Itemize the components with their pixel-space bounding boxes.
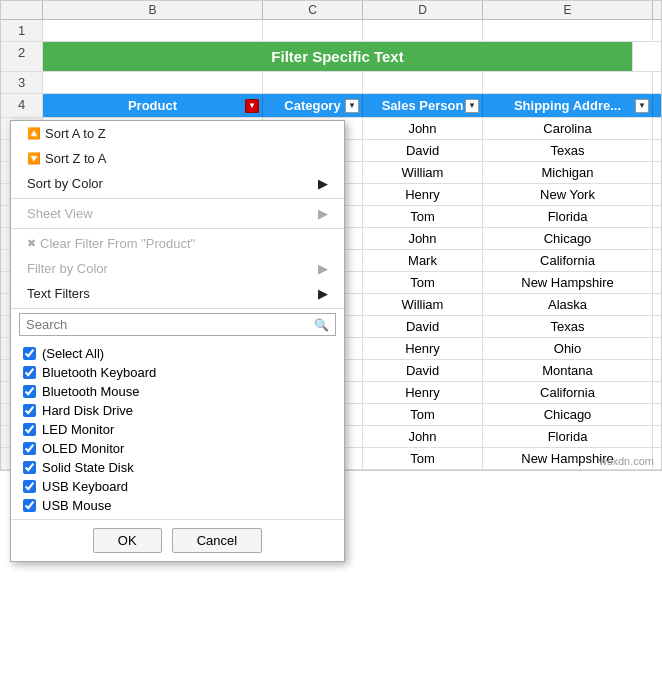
rownum-3: 3 <box>1 72 43 93</box>
filter-by-color-label: Filter by Color <box>27 261 108 276</box>
cell-16-e: Montana <box>483 360 653 381</box>
sort-za-icon: 🔽 <box>27 152 41 165</box>
cell-17-d: Henry <box>363 382 483 403</box>
sort-a-z[interactable]: 🔼 Sort A to Z <box>11 121 344 146</box>
salesperson-filter-btn[interactable]: ▼ <box>465 99 479 113</box>
text-filters-label: Text Filters <box>27 286 90 301</box>
search-box[interactable]: 🔍 <box>19 313 336 336</box>
row-2: 2 Filter Specific Text <box>1 42 661 72</box>
sort-z-a[interactable]: 🔽 Sort Z to A <box>11 146 344 171</box>
checkbox-label: LED Monitor <box>42 422 114 437</box>
cancel-button[interactable]: Cancel <box>172 528 262 553</box>
product-label: Product <box>128 98 177 113</box>
checklist-item[interactable]: Hard Disk Drive <box>19 401 336 420</box>
category-header[interactable]: Category ▼ <box>263 94 363 117</box>
cell-1c <box>263 20 363 41</box>
arrow-icon: ▶ <box>318 176 328 191</box>
rownum-4: 4 <box>1 94 43 117</box>
search-input[interactable] <box>26 317 314 332</box>
checkbox[interactable] <box>23 423 36 436</box>
checkbox[interactable] <box>23 499 36 512</box>
filter-by-color: Filter by Color ▶ <box>11 256 344 281</box>
col-d-header: D <box>363 1 483 19</box>
checkbox[interactable] <box>23 461 36 474</box>
cell-11-d: Mark <box>363 250 483 271</box>
cell-1e <box>483 20 653 41</box>
cell-16-d: David <box>363 360 483 381</box>
row-1: 1 <box>1 20 661 42</box>
checklist-item[interactable]: Solid State Disk <box>19 458 336 477</box>
checkbox[interactable] <box>23 404 36 417</box>
cell-5-e: Carolina <box>483 118 653 139</box>
shipping-header[interactable]: Shipping Addre... ▼ <box>483 94 653 117</box>
cell-7-e: Michigan <box>483 162 653 183</box>
shipping-label: Shipping Addre... <box>514 98 621 113</box>
arrow-icon-2: ▶ <box>318 206 328 221</box>
cell-14-e: Texas <box>483 316 653 337</box>
col-b-header: B <box>43 1 263 19</box>
cell-8-d: Henry <box>363 184 483 205</box>
title-cell: Filter Specific Text <box>43 42 633 71</box>
checklist-item[interactable]: (Select All) <box>19 344 336 363</box>
divider-1 <box>11 198 344 199</box>
cell-17-e: California <box>483 382 653 403</box>
ok-button[interactable]: OK <box>93 528 162 553</box>
checkbox[interactable] <box>23 480 36 493</box>
checkbox[interactable] <box>23 385 36 398</box>
sort-az-icon: 🔼 <box>27 127 41 140</box>
checklist-item[interactable]: LED Monitor <box>19 420 336 439</box>
cell-9-d: Tom <box>363 206 483 227</box>
col-e-header: E <box>483 1 653 19</box>
cell-14-d: David <box>363 316 483 337</box>
divider-3 <box>11 308 344 309</box>
checkbox-label: Solid State Disk <box>42 460 134 475</box>
sort-by-color-label: Sort by Color <box>27 176 103 191</box>
checklist-item[interactable]: Bluetooth Mouse <box>19 382 336 401</box>
filter-dropdown[interactable]: 🔼 Sort A to Z 🔽 Sort Z to A Sort by Colo… <box>10 120 345 562</box>
cell-15-d: Henry <box>363 338 483 359</box>
rownum-2: 2 <box>1 42 43 71</box>
product-header[interactable]: Product ▼ <box>43 94 263 117</box>
shipping-filter-btn[interactable]: ▼ <box>635 99 649 113</box>
clear-filter: ✖ Clear Filter From "Product" <box>11 231 344 256</box>
cell-10-d: John <box>363 228 483 249</box>
cell-5-d: John <box>363 118 483 139</box>
checklist: (Select All)Bluetooth KeyboardBluetooth … <box>11 340 344 519</box>
checklist-item[interactable]: Bluetooth Keyboard <box>19 363 336 382</box>
product-filter-btn[interactable]: ▼ <box>245 99 259 113</box>
salesperson-label: Sales Person <box>382 98 464 113</box>
clear-filter-label: Clear Filter From "Product" <box>40 236 195 251</box>
cell-19-d: John <box>363 426 483 447</box>
sort-za-label: Sort Z to A <box>45 151 106 166</box>
sort-by-color[interactable]: Sort by Color ▶ <box>11 171 344 196</box>
checklist-item[interactable]: USB Mouse <box>19 496 336 515</box>
salesperson-header[interactable]: Sales Person ▼ <box>363 94 483 117</box>
sort-az-label: Sort A to Z <box>45 126 106 141</box>
cell-12-d: Tom <box>363 272 483 293</box>
arrow-icon-4: ▶ <box>318 286 328 301</box>
row-4: 4 Product ▼ Category ▼ Sales Person ▼ Sh… <box>1 94 661 118</box>
dropdown-footer: OK Cancel <box>11 519 344 561</box>
cell-20-d: Tom <box>363 448 483 469</box>
checklist-item[interactable]: USB Keyboard <box>19 477 336 496</box>
checkbox[interactable] <box>23 347 36 360</box>
rownum-1: 1 <box>1 20 43 41</box>
checklist-item[interactable]: OLED Monitor <box>19 439 336 458</box>
sheet-view: Sheet View ▶ <box>11 201 344 226</box>
col-header-row: B C D E <box>1 1 661 20</box>
cell-13-d: William <box>363 294 483 315</box>
clear-icon: ✖ <box>27 237 36 250</box>
checkbox-label: USB Mouse <box>42 498 111 513</box>
sheet-view-label: Sheet View <box>27 206 93 221</box>
checkbox[interactable] <box>23 442 36 455</box>
text-filters[interactable]: Text Filters ▶ <box>11 281 344 306</box>
cell-7-d: William <box>363 162 483 183</box>
spreadsheet-wrapper: B C D E 1 2 Filter Specific Text 3 <box>0 0 662 471</box>
cell-6-e: Texas <box>483 140 653 161</box>
col-c-header: C <box>263 1 363 19</box>
category-filter-btn[interactable]: ▼ <box>345 99 359 113</box>
checkbox-label: Bluetooth Mouse <box>42 384 140 399</box>
checkbox[interactable] <box>23 366 36 379</box>
cell-10-e: Chicago <box>483 228 653 249</box>
checkbox-label: USB Keyboard <box>42 479 128 494</box>
